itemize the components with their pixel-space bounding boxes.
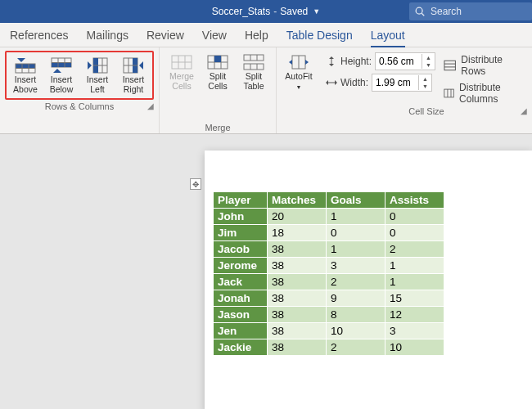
cell-matches[interactable]: 20 xyxy=(268,209,327,225)
cell-goals[interactable]: 1 xyxy=(327,209,385,225)
table-row[interactable]: Jacob3812 xyxy=(214,241,444,258)
insert-below-label: Insert Below xyxy=(44,74,79,94)
width-input[interactable]: ▲▼ xyxy=(372,74,432,92)
dialog-launcher-icon[interactable]: ◢ xyxy=(147,101,154,110)
tab-review[interactable]: Review xyxy=(147,29,184,42)
header-assists[interactable]: Assists xyxy=(385,192,444,209)
cell-goals[interactable]: 2 xyxy=(327,339,385,356)
width-spinner-up[interactable]: ▲ xyxy=(419,75,431,83)
distribute-columns-button[interactable]: Distribute Columns xyxy=(444,82,527,105)
height-spinner-down[interactable]: ▼ xyxy=(422,61,435,69)
tab-layout[interactable]: Layout xyxy=(371,29,405,47)
title-dropdown-icon[interactable]: ▼ xyxy=(313,7,320,16)
group-label-cell-size: Cell Size ◢ xyxy=(326,105,527,116)
tab-view[interactable]: View xyxy=(202,29,227,42)
distribute-columns-label: Distribute Columns xyxy=(459,82,527,105)
header-goals[interactable]: Goals xyxy=(327,192,385,209)
title-bar: Soccer_Stats - Saved ▼ Search xyxy=(0,0,532,23)
cell-assists[interactable]: 0 xyxy=(385,225,444,241)
group-cell-size: Height: ▲▼ Width: ▲▼ xyxy=(321,47,532,133)
split-cells-button[interactable]: Split Cells xyxy=(201,51,235,93)
height-icon xyxy=(326,56,337,66)
table-row[interactable]: Jason38812 xyxy=(214,307,444,323)
cell-player[interactable]: Jason xyxy=(214,307,268,323)
table-row[interactable]: Jack3821 xyxy=(214,274,444,290)
tab-references[interactable]: References xyxy=(10,29,69,42)
cell-assists[interactable]: 15 xyxy=(385,290,444,307)
group-label-rows-columns: Rows & Columns ◢ xyxy=(5,100,154,111)
cell-player[interactable]: Jacob xyxy=(214,241,268,258)
stats-table[interactable]: Player Matches Goals Assists John2010Jim… xyxy=(213,191,444,356)
cell-matches[interactable]: 38 xyxy=(268,339,327,356)
tab-mailings[interactable]: Mailings xyxy=(87,29,128,42)
cell-goals[interactable]: 8 xyxy=(327,307,385,323)
cell-matches[interactable]: 38 xyxy=(268,307,327,323)
height-input[interactable]: ▲▼ xyxy=(375,52,435,70)
height-value[interactable] xyxy=(376,56,422,67)
cell-goals[interactable]: 1 xyxy=(327,241,385,258)
cell-goals[interactable]: 0 xyxy=(327,225,385,241)
cell-player[interactable]: Jack xyxy=(214,274,268,290)
cell-goals[interactable]: 10 xyxy=(327,323,385,339)
dialog-launcher-icon[interactable]: ◢ xyxy=(521,106,527,115)
insert-right-button[interactable]: Insert Right xyxy=(116,54,151,97)
header-player[interactable]: Player xyxy=(214,192,268,209)
height-spinner-up[interactable]: ▲ xyxy=(422,54,435,61)
cell-goals[interactable]: 2 xyxy=(327,274,385,290)
distribute-columns-icon xyxy=(444,88,454,99)
cell-matches[interactable]: 38 xyxy=(268,258,327,274)
save-status: Saved xyxy=(280,6,308,17)
insert-above-label: Insert Above xyxy=(8,74,43,94)
highlight-box: Insert Above Insert Below Insert Left In… xyxy=(5,51,154,100)
table-row[interactable]: Jackie38210 xyxy=(214,339,444,356)
autofit-button[interactable]: AutoFit▼ xyxy=(282,51,316,93)
split-cells-icon xyxy=(206,53,229,71)
insert-left-button[interactable]: Insert Left xyxy=(80,54,115,97)
cell-player[interactable]: Jackie xyxy=(214,339,268,356)
table-move-handle[interactable] xyxy=(190,178,201,190)
table-header-row: Player Matches Goals Assists xyxy=(214,192,444,209)
cell-matches[interactable]: 18 xyxy=(268,225,327,241)
title-separator: - xyxy=(273,6,277,17)
cell-assists[interactable]: 0 xyxy=(385,209,444,225)
table-row[interactable]: Jonah38915 xyxy=(214,290,444,307)
split-table-button[interactable]: Split Table xyxy=(237,51,271,93)
tab-help[interactable]: Help xyxy=(245,29,268,42)
cell-matches[interactable]: 38 xyxy=(268,323,327,339)
table-row[interactable]: Jim1800 xyxy=(214,225,444,241)
header-matches[interactable]: Matches xyxy=(268,192,327,209)
cell-player[interactable]: Jerome xyxy=(214,258,268,274)
insert-above-button[interactable]: Insert Above xyxy=(8,54,43,97)
cell-matches[interactable]: 38 xyxy=(268,241,327,258)
cell-player[interactable]: Jim xyxy=(214,225,268,241)
insert-below-button[interactable]: Insert Below xyxy=(44,54,79,97)
cell-goals[interactable]: 9 xyxy=(327,290,385,307)
table-row[interactable]: Jen38103 xyxy=(214,323,444,339)
cell-assists[interactable]: 12 xyxy=(385,307,444,323)
distribute-rows-button[interactable]: Distribute Rows xyxy=(444,54,527,77)
cell-assists[interactable]: 1 xyxy=(385,274,444,290)
svg-rect-29 xyxy=(244,55,264,61)
svg-line-1 xyxy=(422,13,424,16)
width-spinner-down[interactable]: ▼ xyxy=(419,83,431,90)
cell-assists[interactable]: 3 xyxy=(385,323,444,339)
table-row[interactable]: John2010 xyxy=(214,209,444,225)
cell-matches[interactable]: 38 xyxy=(268,274,327,290)
width-value[interactable] xyxy=(372,77,418,88)
width-icon xyxy=(326,78,337,88)
table-row[interactable]: Jerome3831 xyxy=(214,258,444,274)
cell-player[interactable]: John xyxy=(214,209,268,225)
split-table-label: Split Table xyxy=(237,71,271,91)
search-box[interactable]: Search xyxy=(409,2,532,20)
tab-table-design[interactable]: Table Design xyxy=(286,29,353,42)
cell-assists[interactable]: 2 xyxy=(385,241,444,258)
cell-assists[interactable]: 10 xyxy=(385,339,444,356)
cell-matches[interactable]: 38 xyxy=(268,290,327,307)
svg-rect-28 xyxy=(214,56,221,62)
cell-goals[interactable]: 3 xyxy=(327,258,385,274)
cell-player[interactable]: Jonah xyxy=(214,290,268,307)
cell-assists[interactable]: 1 xyxy=(385,258,444,274)
group-label-merge: Merge xyxy=(165,121,271,133)
merge-cells-icon xyxy=(170,53,193,71)
cell-player[interactable]: Jen xyxy=(214,323,268,339)
